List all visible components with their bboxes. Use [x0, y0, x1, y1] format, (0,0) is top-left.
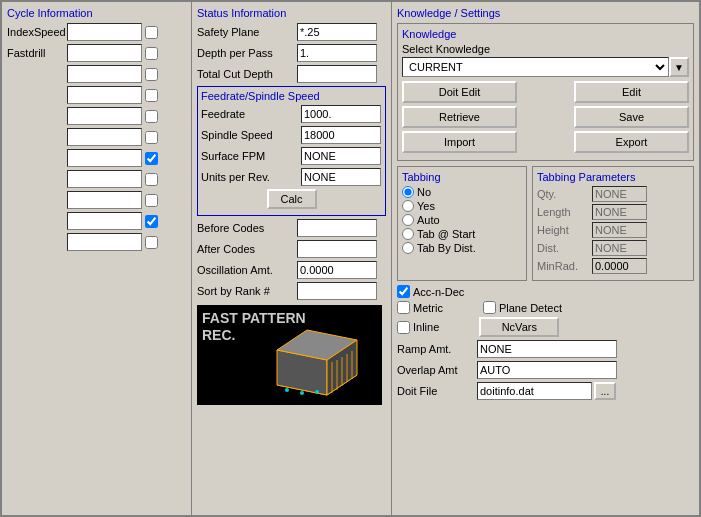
radio-tab-by-dist-label: Tab By Dist.: [417, 242, 476, 254]
sort-by-rank-label: Sort by Rank #: [197, 285, 297, 297]
cycle-checkbox-9[interactable]: [145, 194, 158, 207]
qty-input: [592, 186, 647, 202]
depth-per-pass-input[interactable]: [297, 44, 377, 62]
depth-per-pass-label: Depth per Pass: [197, 47, 297, 59]
feedrate-input[interactable]: [301, 105, 381, 123]
svg-point-10: [300, 391, 304, 395]
cycle-checkbox-7[interactable]: [145, 152, 158, 165]
cycle-input-8[interactable]: [67, 170, 142, 188]
radio-no[interactable]: [402, 186, 414, 198]
before-codes-label: Before Codes: [197, 222, 297, 234]
units-per-rev-input[interactable]: [301, 168, 381, 186]
radio-yes-label: Yes: [417, 200, 435, 212]
select-knowledge-label: Select Knowledge: [402, 43, 689, 55]
status-information-title: Status Information: [197, 7, 386, 19]
edit-button[interactable]: Edit: [574, 81, 689, 103]
tabbing-params-title: Tabbing Parameters: [537, 171, 689, 183]
total-cut-depth-input[interactable]: [297, 65, 377, 83]
image-text: FAST PATTERN REC.: [202, 310, 306, 344]
dropdown-arrow-icon[interactable]: ▼: [669, 57, 689, 77]
feedrate-label: Feedrate: [201, 108, 301, 120]
cycle-checkbox-3[interactable]: [145, 68, 158, 81]
tabbing-title: Tabbing: [402, 171, 522, 183]
cycle-input-3[interactable]: [67, 65, 142, 83]
inline-checkbox[interactable]: [397, 321, 410, 334]
cycle-checkbox-10[interactable]: [145, 215, 158, 228]
dist-input: [592, 240, 647, 256]
radio-auto[interactable]: [402, 214, 414, 226]
cycle-input-10[interactable]: [67, 212, 142, 230]
cycle-checkbox-11[interactable]: [145, 236, 158, 249]
oscillation-label: Oscillation Amt.: [197, 264, 297, 276]
units-per-rev-label: Units per Rev.: [201, 171, 301, 183]
qty-label: Qty.: [537, 188, 592, 200]
after-codes-label: After Codes: [197, 243, 297, 255]
doit-file-label: Doit File: [397, 385, 477, 397]
spindle-speed-label: Spindle Speed: [201, 129, 301, 141]
radio-tab-at-start-label: Tab @ Start: [417, 228, 475, 240]
oscillation-input[interactable]: [297, 261, 377, 279]
svg-point-9: [285, 388, 289, 392]
doit-edit-button[interactable]: Doit Edit: [402, 81, 517, 103]
ramp-amt-input[interactable]: [477, 340, 617, 358]
export-button[interactable]: Export: [574, 131, 689, 153]
sort-by-rank-input[interactable]: [297, 282, 377, 300]
overlap-amt-label: Overlap Amt: [397, 364, 477, 376]
minrad-input: [592, 258, 647, 274]
ncvars-button[interactable]: NcVars: [479, 317, 559, 337]
knowledge-title: Knowledge: [402, 28, 689, 40]
fastdrill-input[interactable]: [67, 44, 142, 62]
plane-detect-label: Plane Detect: [499, 302, 562, 314]
fastdrill-label: Fastdrill: [7, 47, 67, 59]
surface-fpm-input[interactable]: [301, 147, 381, 165]
doit-file-input[interactable]: [477, 382, 592, 400]
fastdrill-checkbox[interactable]: [145, 47, 158, 60]
cycle-input-11[interactable]: [67, 233, 142, 251]
acc-n-dec-label: Acc-n-Dec: [413, 286, 464, 298]
surface-fpm-label: Surface FPM: [201, 150, 301, 162]
cycle-checkbox-6[interactable]: [145, 131, 158, 144]
acc-n-dec-checkbox[interactable]: [397, 285, 410, 298]
cycle-input-5[interactable]: [67, 107, 142, 125]
indexspeed-checkbox[interactable]: [145, 26, 158, 39]
knowledge-select[interactable]: CURRENT: [402, 57, 669, 77]
cycle-checkbox-4[interactable]: [145, 89, 158, 102]
cycle-input-4[interactable]: [67, 86, 142, 104]
height-input: [592, 222, 647, 238]
retrieve-button[interactable]: Retrieve: [402, 106, 517, 128]
radio-auto-label: Auto: [417, 214, 440, 226]
radio-yes[interactable]: [402, 200, 414, 212]
total-cut-depth-label: Total Cut Depth: [197, 68, 297, 80]
svg-point-11: [315, 390, 319, 394]
length-input: [592, 204, 647, 220]
import-button[interactable]: Import: [402, 131, 517, 153]
plane-detect-checkbox[interactable]: [483, 301, 496, 314]
length-label: Length: [537, 206, 592, 218]
cycle-input-6[interactable]: [67, 128, 142, 146]
save-button[interactable]: Save: [574, 106, 689, 128]
radio-tab-at-start[interactable]: [402, 228, 414, 240]
spindle-speed-input[interactable]: [301, 126, 381, 144]
radio-tab-by-dist[interactable]: [402, 242, 414, 254]
cycle-input-9[interactable]: [67, 191, 142, 209]
before-codes-input[interactable]: [297, 219, 377, 237]
safety-plane-input[interactable]: [297, 23, 377, 41]
metric-label: Metric: [413, 302, 443, 314]
cycle-checkbox-5[interactable]: [145, 110, 158, 123]
knowledge-settings-title: Knowledge / Settings: [397, 7, 694, 19]
cycle-information-title: Cycle Information: [7, 7, 186, 19]
fast-pattern-image: FAST PATTERN REC.: [197, 305, 382, 405]
indexspeed-label: IndexSpeed: [7, 26, 67, 38]
feedrate-group-title: Feedrate/Spindle Speed: [201, 90, 382, 102]
browse-button[interactable]: ...: [594, 382, 616, 400]
cycle-input-7[interactable]: [67, 149, 142, 167]
after-codes-input[interactable]: [297, 240, 377, 258]
dist-label: Dist.: [537, 242, 592, 254]
cycle-checkbox-8[interactable]: [145, 173, 158, 186]
indexspeed-input[interactable]: [67, 23, 142, 41]
minrad-label: MinRad.: [537, 260, 592, 272]
calc-button[interactable]: Calc: [267, 189, 317, 209]
metric-checkbox[interactable]: [397, 301, 410, 314]
overlap-amt-input[interactable]: [477, 361, 617, 379]
safety-plane-label: Safety Plane: [197, 26, 297, 38]
